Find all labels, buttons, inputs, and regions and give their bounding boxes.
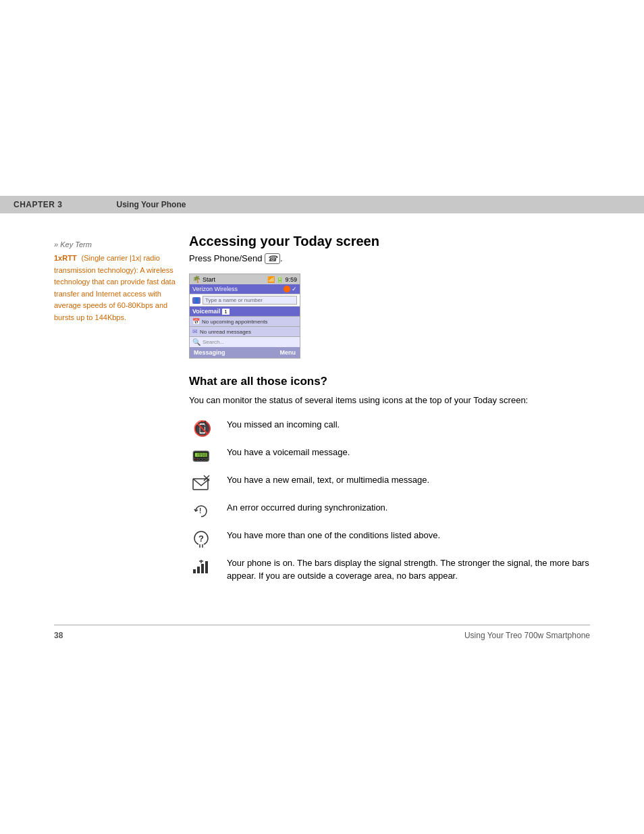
phone-voicemail-count: 1 xyxy=(222,309,229,315)
phone-voicemail-row: Voicemail 1 xyxy=(190,307,300,316)
sync-error-icon: ! xyxy=(192,502,211,521)
sync-error-desc: An error occurred during synchronization… xyxy=(227,501,590,515)
svg-rect-13 xyxy=(197,567,200,573)
phone-battery: 🔋 xyxy=(276,276,284,283)
chapter-title: Using Your Phone xyxy=(117,200,186,209)
icon-row-missed-call: 📵 ! You missed an incoming call. xyxy=(189,418,590,438)
icon-cell-voicemail: 📟 xyxy=(189,446,213,465)
phone-carrier-row: Verizon Wireless ✓ xyxy=(190,284,300,294)
svg-text:!: ! xyxy=(204,419,207,429)
icon-cell-sync-error: ! xyxy=(189,501,213,521)
phone-search-row: 🔍 Search... xyxy=(190,336,300,347)
page-number: 38 xyxy=(54,631,63,640)
phone-ok-icon: ✓ xyxy=(292,286,297,292)
footer-title: Using Your Treo 700w Smartphone xyxy=(464,631,590,640)
missed-call-icon: 📵 ! xyxy=(192,419,211,438)
phone-messages-row: ✉ No unread messages xyxy=(190,326,300,336)
signal-strength-desc: Your phone is on. The bars display the s… xyxy=(227,556,590,583)
svg-text:?: ? xyxy=(198,533,204,544)
phone-title-bar: 🌴 Start 📶 🔋 9:59 xyxy=(190,274,300,284)
phone-input-row: 👤 Type a name or number xyxy=(190,294,300,307)
svg-marker-9 xyxy=(198,544,204,548)
signal-strength-icon xyxy=(192,557,211,576)
multiple-conditions-icon: ? xyxy=(192,529,211,548)
chapter-label: CHAPTER 3 xyxy=(14,200,63,209)
phone-carrier-name: Verizon Wireless xyxy=(192,286,238,292)
main-content: Accessing your Today screen Press Phone/… xyxy=(189,234,590,591)
icon-row-multiple: ? You have more than one of the conditio… xyxy=(189,529,590,548)
new-message-desc: You have a new email, text, or multimedi… xyxy=(227,473,590,487)
missed-call-desc: You missed an incoming call. xyxy=(227,418,590,432)
voicemail-desc: You have a voicemail message. xyxy=(227,446,590,459)
icon-row-new-message: You have a new email, text, or multimedi… xyxy=(189,473,590,493)
phone-search-icon: 🔍 xyxy=(192,338,200,346)
phone-voicemail-label: Voicemail xyxy=(192,308,220,315)
chapter-bar: CHAPTER 3 Using Your Phone xyxy=(0,196,644,213)
svg-rect-15 xyxy=(205,561,208,573)
new-message-icon xyxy=(192,474,211,493)
section2-heading: What are all those icons? xyxy=(189,375,590,388)
voicemail-icon: 📟 xyxy=(192,446,211,465)
phone-start-icon: 🌴 xyxy=(192,276,200,283)
section1-heading: Accessing your Today screen xyxy=(189,234,590,249)
phone-bottom-left: Messaging xyxy=(194,349,225,356)
icon-cell-multiple: ? xyxy=(189,529,213,548)
key-term-word: 1xRTT xyxy=(54,254,77,262)
icon-row-signal: Your phone is on. The bars display the s… xyxy=(189,556,590,583)
phone-bottom-right: Menu xyxy=(280,349,296,356)
multiple-conditions-desc: You have more than one of the conditions… xyxy=(227,529,590,542)
sidebar: » Key Term 1xRTT (Single carrier |1x| ra… xyxy=(54,234,176,591)
phone-start-label: Start xyxy=(203,276,215,283)
phone-send-icon: ☎ xyxy=(265,253,280,264)
content-area: » Key Term 1xRTT (Single carrier |1x| ra… xyxy=(0,213,644,611)
icon-cell-missed-call: 📵 ! xyxy=(189,418,213,438)
svg-rect-12 xyxy=(193,569,196,573)
svg-text:📵: 📵 xyxy=(193,419,211,438)
section1-subtext: Press Phone/Send ☎. xyxy=(189,253,590,264)
icon-row-voicemail: 📟 You have a voicemail message. xyxy=(189,446,590,465)
svg-text:📟: 📟 xyxy=(192,447,211,465)
page-footer: 38 Using Your Treo 700w Smartphone xyxy=(0,625,644,646)
svg-text:!: ! xyxy=(199,507,201,515)
section2-intro: You can monitor the status of several it… xyxy=(189,394,590,407)
phone-appt-icon: 📅 xyxy=(192,318,200,325)
icon-cell-signal xyxy=(189,556,213,576)
key-term-text: (Single carrier |1x| radio transmission … xyxy=(54,254,176,321)
icon-row-sync-error: ! An error occurred during synchronizati… xyxy=(189,501,590,521)
phone-signal-bars: 📶 xyxy=(267,276,275,283)
phone-messages-icon: ✉ xyxy=(192,328,198,335)
phone-screen-mockup: 🌴 Start 📶 🔋 9:59 Verizon Wireless ✓ xyxy=(189,273,300,359)
phone-status-circle xyxy=(284,286,290,292)
phone-appt-row: 📅 No upcoming appointments xyxy=(190,316,300,326)
phone-messages-text: No unread messages xyxy=(200,329,251,335)
phone-contact-icon: 👤 xyxy=(192,297,200,304)
key-term-label: » Key Term xyxy=(54,240,176,249)
icon-cell-new-message xyxy=(189,473,213,493)
phone-search-text: Search... xyxy=(203,339,224,345)
phone-time: 9:59 xyxy=(285,276,297,283)
phone-appt-text: No upcoming appointments xyxy=(202,319,267,325)
svg-rect-14 xyxy=(201,564,204,573)
phone-input-box: Type a name or number xyxy=(203,296,297,305)
phone-bottom-bar: Messaging Menu xyxy=(190,347,300,358)
